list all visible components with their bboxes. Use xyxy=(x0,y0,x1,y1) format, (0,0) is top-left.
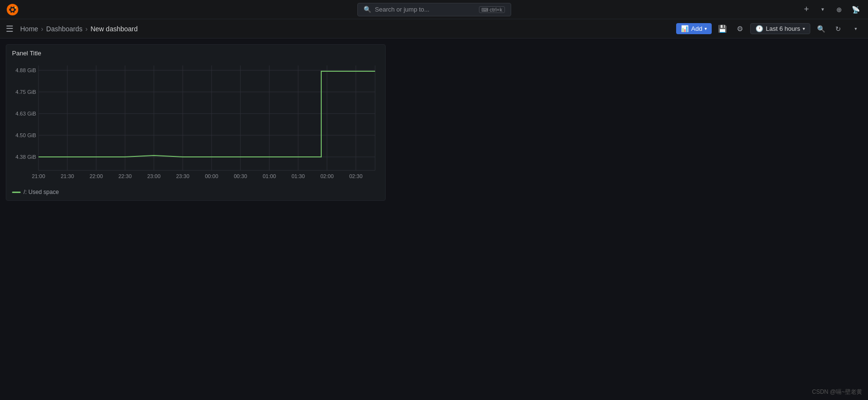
svg-text:00:00: 00:00 xyxy=(205,173,218,179)
new-tab-button[interactable]: + xyxy=(800,3,813,16)
new-tab-dropdown[interactable]: ▾ xyxy=(816,3,830,16)
chart-container: 4.88 GiB 4.75 GiB 4.63 GiB 4.50 GiB 4.38… xyxy=(12,61,377,186)
time-range-dropdown: ▾ xyxy=(803,26,805,31)
save-button[interactable]: 💾 xyxy=(716,22,729,36)
svg-text:4.50 GiB: 4.50 GiB xyxy=(15,132,36,138)
add-dropdown-icon: ▾ xyxy=(704,26,707,31)
breadcrumb-dashboards[interactable]: Dashboards xyxy=(46,25,83,33)
breadcrumb-current: New dashboard xyxy=(90,25,138,33)
svg-text:21:00: 21:00 xyxy=(32,173,45,179)
svg-point-2 xyxy=(11,8,14,11)
svg-text:22:00: 22:00 xyxy=(89,173,103,179)
add-chart-icon: 📊 xyxy=(681,25,689,32)
navbar: ☰ Home › Dashboards › New dashboard 📊 Ad… xyxy=(0,19,868,39)
search-icon: 🔍 xyxy=(364,6,371,13)
panel-title: Panel Title xyxy=(12,50,379,57)
svg-text:4.63 GiB: 4.63 GiB xyxy=(15,111,36,116)
svg-point-3 xyxy=(12,5,13,7)
legend-label: /: Used space xyxy=(24,189,59,195)
refresh-button[interactable]: ↻ xyxy=(831,22,845,36)
add-button[interactable]: 📊 Add ▾ xyxy=(676,23,712,34)
settings-button[interactable]: ⚙ xyxy=(733,22,746,36)
breadcrumb: Home › Dashboards › New dashboard xyxy=(20,25,138,33)
breadcrumb-sep-1: › xyxy=(41,25,43,33)
svg-text:23:30: 23:30 xyxy=(176,173,189,179)
grafana-logo xyxy=(6,3,19,16)
add-label: Add xyxy=(691,25,702,32)
svg-text:21:30: 21:30 xyxy=(61,173,74,179)
refresh-dropdown[interactable]: ▾ xyxy=(849,22,862,36)
svg-text:02:00: 02:00 xyxy=(320,173,334,179)
chart-legend: /: Used space xyxy=(12,189,379,195)
menu-icon[interactable]: ☰ xyxy=(6,24,13,34)
chart-svg: 4.88 GiB 4.75 GiB 4.63 GiB 4.50 GiB 4.38… xyxy=(12,61,377,186)
svg-text:4.75 GiB: 4.75 GiB xyxy=(15,89,36,95)
breadcrumb-home[interactable]: Home xyxy=(20,25,38,33)
svg-text:4.38 GiB: 4.38 GiB xyxy=(15,154,36,160)
watermark: CSDN @嗝~壁老黄 xyxy=(812,388,862,396)
svg-text:22:30: 22:30 xyxy=(118,173,132,179)
topbar-right: + ▾ ⊕ 📡 xyxy=(800,3,862,16)
search-placeholder: Search or jump to... xyxy=(375,6,429,13)
zoom-out-button[interactable]: 🔍 xyxy=(814,22,828,36)
svg-text:02:30: 02:30 xyxy=(349,173,363,179)
svg-text:01:30: 01:30 xyxy=(291,173,305,179)
svg-point-4 xyxy=(14,7,16,9)
time-range-label: Last 6 hours xyxy=(766,25,800,32)
topbar: 🔍 Search or jump to... ⌨ ctrl+k + ▾ ⊕ 📡 xyxy=(0,0,868,19)
breadcrumb-sep-2: › xyxy=(86,25,88,33)
nav-right: 📊 Add ▾ 💾 ⚙ 🕐 Last 6 hours ▾ 🔍 ↻ ▾ xyxy=(676,22,862,36)
search-bar[interactable]: 🔍 Search or jump to... ⌨ ctrl+k xyxy=(357,3,511,16)
legend-color-indicator xyxy=(12,192,21,193)
svg-point-6 xyxy=(12,12,13,14)
svg-text:01:00: 01:00 xyxy=(263,173,276,179)
search-shortcut: ⌨ ctrl+k xyxy=(479,6,505,13)
main-content: Panel Title xyxy=(0,39,868,206)
svg-text:4.88 GiB: 4.88 GiB xyxy=(15,67,36,73)
clock-icon: 🕐 xyxy=(755,25,763,32)
svg-point-7 xyxy=(9,11,11,13)
help-button[interactable]: ⊕ xyxy=(832,3,846,16)
svg-point-5 xyxy=(14,11,16,13)
broadcast-button[interactable]: 📡 xyxy=(849,3,862,16)
svg-text:00:30: 00:30 xyxy=(234,173,247,179)
time-range-button[interactable]: 🕐 Last 6 hours ▾ xyxy=(750,23,810,34)
svg-point-8 xyxy=(9,7,11,9)
panel: Panel Title xyxy=(6,44,386,201)
svg-text:23:00: 23:00 xyxy=(147,173,161,179)
